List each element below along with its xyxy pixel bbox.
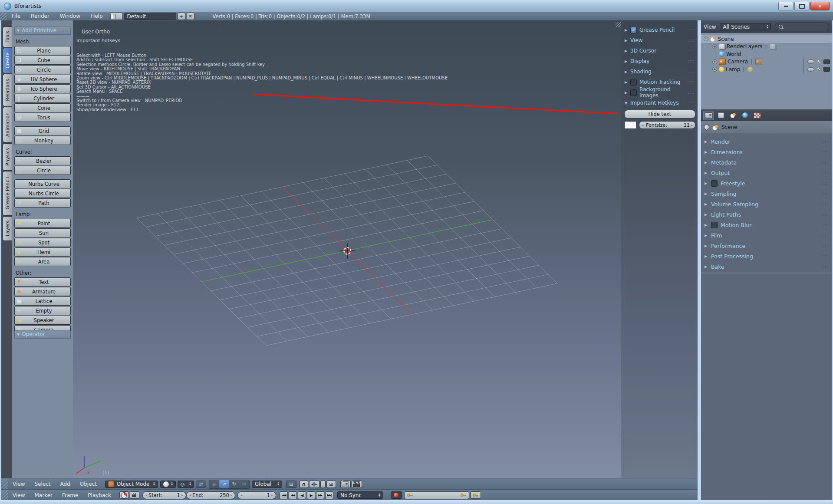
- expander-plus-icon[interactable]: +: [712, 44, 717, 49]
- region-corner-grip[interactable]: [0, 12, 7, 20]
- sidebar-panel-background-images[interactable]: ▶Background Images::::: [622, 87, 698, 98]
- operator-panel-header[interactable]: ▼ Operator: [14, 330, 71, 339]
- properties-panel-film[interactable]: ▶Film::::: [701, 230, 832, 240]
- lock-frame-range-toggle[interactable]: [130, 491, 139, 499]
- outliner-view-menu[interactable]: View: [704, 24, 716, 30]
- sidebar-panel-motion-tracking[interactable]: ▶Motion Tracking::::: [622, 77, 698, 87]
- outliner-row-renderlayers[interactable]: +RenderLayers|: [701, 43, 832, 51]
- properties-tab-world[interactable]: [740, 111, 751, 120]
- shelf-tab-grease-pencil[interactable]: Grease Pencil: [3, 171, 12, 216]
- add-cylinder-button[interactable]: ▯Cylinder: [14, 94, 71, 103]
- screen-layout-select[interactable]: Default: [124, 13, 176, 20]
- sidebar-panel-important-hotkeys[interactable]: ▼Important Hotkeys::::: [622, 98, 698, 108]
- add-nurbs-circle-button[interactable]: ◯Nurbs Circle: [14, 189, 71, 198]
- sidebar-panel-display[interactable]: ▶Display::::: [622, 56, 698, 66]
- keying-set-field[interactable]: [404, 491, 469, 499]
- properties-panel-sampling[interactable]: ▶Sampling::::: [701, 188, 832, 199]
- add-empty-button[interactable]: +Empty: [14, 306, 71, 315]
- decrement-arrow-icon[interactable]: ◂: [240, 493, 242, 497]
- checkbox-grease-pencil[interactable]: ✓: [630, 27, 637, 33]
- add-point-button[interactable]: ✱Point: [14, 219, 71, 228]
- add-lattice-button[interactable]: ▩Lattice: [14, 296, 71, 306]
- add-speaker-button[interactable]: ◀Speaker: [14, 316, 71, 325]
- rotate-manipulator-button[interactable]: ↻: [229, 480, 239, 488]
- properties-tab-render-layers[interactable]: [715, 111, 726, 120]
- playback-realtime-toggle[interactable]: [119, 491, 129, 499]
- shelf-tab-layers[interactable]: Layers: [3, 216, 12, 241]
- translate-manipulator-button[interactable]: ↗: [219, 480, 229, 488]
- add-torus-button[interactable]: ◎Torus: [14, 113, 71, 122]
- properties-panel-performance[interactable]: ▶Performance::::: [701, 240, 832, 251]
- add-plane-button[interactable]: ▢Plane: [14, 46, 71, 55]
- sidebar-panel-view[interactable]: ▶View::::: [622, 35, 698, 46]
- auto-keyframe-toggle[interactable]: [391, 491, 402, 499]
- previous-keyframe-button[interactable]: ◀◀: [289, 491, 297, 499]
- renderability-camera-icon[interactable]: [823, 59, 830, 64]
- renderability-camera-icon[interactable]: [823, 67, 830, 72]
- add-layout-button[interactable]: +: [178, 13, 185, 20]
- menu-view[interactable]: View: [8, 492, 30, 498]
- start-frame-field[interactable]: ◂ Start: 1 ▸: [142, 491, 186, 499]
- viewport-3d[interactable]: yx(1) User Ortho Important hotkeys Selec…: [73, 20, 698, 478]
- menu-marker[interactable]: Marker: [30, 492, 57, 498]
- expander-plus-icon[interactable]: +: [712, 59, 717, 64]
- snap-target-button[interactable]: ⊞: [326, 481, 336, 488]
- properties-panel-render[interactable]: ▶Render::::: [701, 136, 832, 147]
- snap-element-spinner[interactable]: ▲▼: [320, 481, 326, 488]
- slider-left-arrow-icon[interactable]: ◂: [642, 123, 643, 127]
- add-ico-sphere-button[interactable]: ◍Ico Sphere: [14, 84, 71, 93]
- sidebar-panel-3d-cursor[interactable]: ▶3D Cursor::::: [622, 46, 698, 56]
- menu-select[interactable]: Select: [30, 481, 55, 487]
- mode-select[interactable]: Object Mode ▲▼: [105, 481, 158, 488]
- current-frame-field[interactable]: ◂ 1 ▸: [237, 491, 276, 499]
- close-button[interactable]: ✕: [810, 2, 830, 10]
- expander-plus-icon[interactable]: +: [712, 67, 717, 72]
- scale-manipulator-button[interactable]: ▱: [239, 480, 249, 488]
- checkbox-background-images[interactable]: [630, 89, 637, 96]
- add-cone-button[interactable]: △Cone: [14, 103, 71, 112]
- shelf-tab-tools[interactable]: Tools: [3, 26, 12, 47]
- selectability-cursor-icon[interactable]: ↖: [817, 66, 821, 72]
- properties-panel-dimensions[interactable]: ▶Dimensions::::: [701, 147, 832, 157]
- opengl-render-image-button[interactable]: ✶: [340, 481, 351, 488]
- checkbox-freestyle[interactable]: [711, 180, 718, 187]
- menu-file[interactable]: File: [7, 12, 26, 20]
- text-color-swatch[interactable]: [624, 121, 637, 129]
- properties-panel-freestyle[interactable]: ▶Freestyle::::: [701, 178, 832, 188]
- visibility-eye-icon[interactable]: [807, 67, 814, 72]
- add-uv-sphere-button[interactable]: ⊕UV Sphere: [14, 75, 71, 84]
- display-mode-select[interactable]: All Scenes ▲▼: [720, 23, 771, 30]
- outliner-row-scene[interactable]: −Scene: [701, 35, 832, 43]
- increment-arrow-icon[interactable]: ▸: [230, 493, 232, 497]
- properties-tab-texture[interactable]: [752, 111, 763, 120]
- manipulator-axes-icon[interactable]: +: [209, 480, 219, 488]
- expander-minus-icon[interactable]: −: [704, 36, 708, 41]
- menu-playback[interactable]: Playback: [83, 492, 116, 498]
- end-frame-field[interactable]: ◂ End: 250 ▸: [186, 491, 235, 499]
- sidebar-panel-grease-pencil[interactable]: ▶✓Grease Pencil::::: [622, 25, 698, 35]
- delete-keyframe-button[interactable]: ✕: [471, 491, 481, 499]
- add-grid-button[interactable]: ▦Grid: [14, 126, 71, 135]
- shelf-tab-animation[interactable]: Animation: [3, 107, 12, 142]
- sidebar-panel-shading[interactable]: ▶Shading::::: [622, 66, 698, 77]
- screen-layout-browse-button[interactable]: ▲▼: [110, 13, 123, 20]
- play-button[interactable]: ▶: [307, 491, 315, 499]
- shelf-tab-physics[interactable]: Physics: [3, 143, 12, 171]
- region-corner-grip[interactable]: [1, 478, 8, 490]
- region-split-grip[interactable]: [616, 22, 621, 27]
- menu-object[interactable]: Object: [75, 481, 102, 487]
- next-keyframe-button[interactable]: ▶▶: [316, 491, 324, 499]
- delete-layout-button[interactable]: ✕: [187, 13, 194, 20]
- add-primitive-panel-header[interactable]: ▼ Add Primitive ::::: [14, 26, 71, 35]
- pin-icon[interactable]: [703, 124, 711, 131]
- snap-element-select[interactable]: ◂▸: [309, 481, 319, 488]
- add-cube-button[interactable]: ❒Cube: [14, 56, 71, 65]
- add-path-button[interactable]: ↗Path: [14, 198, 71, 208]
- menu-view[interactable]: View: [8, 481, 30, 487]
- checkbox-motion-blur[interactable]: [711, 222, 718, 228]
- outliner-search-input[interactable]: [775, 23, 829, 31]
- add-bezier-button[interactable]: ∿Bezier: [14, 156, 71, 165]
- insert-keyframe-icon[interactable]: [461, 494, 466, 497]
- menu-help[interactable]: Help: [86, 12, 108, 20]
- fontsize-slider[interactable]: ◂ Fontsize: 11 ▸: [639, 121, 695, 129]
